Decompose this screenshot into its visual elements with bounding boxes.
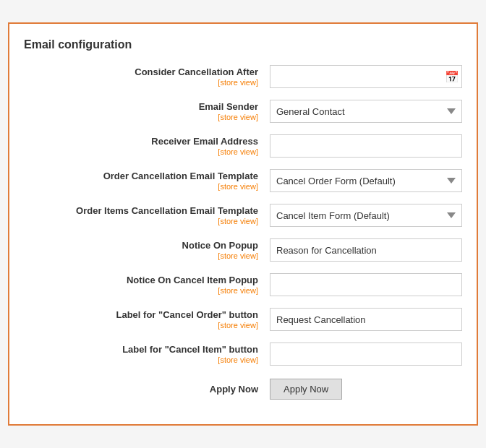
form-row-email-sender: Email Sender [store view] General Contac…: [24, 98, 462, 125]
label-email-sender: Email Sender [store view]: [24, 101, 270, 121]
consider-cancellation-after-input[interactable]: [270, 65, 462, 88]
date-input-wrapper: 📅: [270, 65, 462, 88]
label-order-cancellation-email-template: Order Cancellation Email Template [store…: [24, 171, 270, 191]
label-notice-on-popup: Notice On Popup [store view]: [24, 240, 270, 260]
email-configuration-panel: Email configuration Consider Cancellatio…: [8, 22, 478, 426]
panel-title: Email configuration: [24, 38, 462, 51]
label-cancel-item-button-input[interactable]: [270, 343, 462, 366]
label-consider-cancellation-after: Consider Cancellation After [store view]: [24, 66, 270, 87]
label-cancel-order-button-input[interactable]: [270, 308, 462, 331]
label-apply-now: Apply Now: [24, 384, 270, 395]
form-row-notice-on-popup: Notice On Popup [store view]: [24, 236, 462, 264]
notice-on-cancel-item-popup-input[interactable]: [270, 273, 462, 296]
order-cancellation-template-select[interactable]: Cancel Order Form (Default) Cancel Order…: [270, 169, 462, 192]
form-row-notice-on-cancel-item-popup: Notice On Cancel Item Popup [store view]: [24, 271, 462, 298]
label-cancel-order-button-label: Label for "Cancel Order" button [store v…: [24, 309, 270, 329]
receiver-email-address-input[interactable]: [270, 134, 462, 158]
form-row-label-cancel-order-button: Label for "Cancel Order" button [store v…: [24, 306, 462, 333]
form-row-receiver-email-address: Receiver Email Address [store view]: [24, 132, 462, 160]
label-notice-on-cancel-item-popup: Notice On Cancel Item Popup [store view]: [24, 275, 270, 295]
form-row-order-cancellation-email-template: Order Cancellation Email Template [store…: [24, 167, 462, 194]
form-row-consider-cancellation-after: Consider Cancellation After [store view]…: [24, 63, 462, 90]
apply-now-button[interactable]: Apply Now: [270, 379, 342, 400]
order-items-cancellation-template-select[interactable]: Cancel Item Form (Default) Cancel Item F…: [270, 204, 462, 227]
form-row-order-items-cancellation-email-template: Order Items Cancellation Email Template …: [24, 202, 462, 229]
calendar-icon[interactable]: 📅: [445, 70, 459, 84]
label-cancel-item-button-label: Label for "Cancel Item" button [store vi…: [24, 344, 270, 364]
notice-on-popup-input[interactable]: [270, 238, 462, 262]
form-row-apply-now: Apply Now Apply Now: [24, 375, 462, 402]
label-receiver-email-address: Receiver Email Address [store view]: [24, 136, 270, 156]
form-row-label-cancel-item-button: Label for "Cancel Item" button [store vi…: [24, 340, 462, 368]
label-order-items-cancellation-email-template: Order Items Cancellation Email Template …: [24, 205, 270, 225]
email-sender-select[interactable]: General Contact Sales Representative Cus…: [270, 100, 462, 123]
